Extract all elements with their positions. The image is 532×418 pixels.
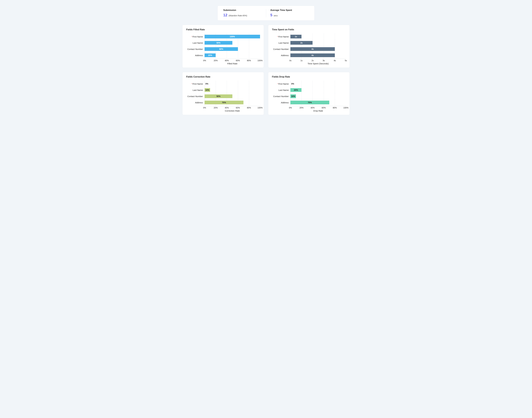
chart-filled-rate: Fields Filled Rate *First Name 100% Last…	[182, 25, 264, 68]
summary-card: Submission 12 (Abandon Rate:45%) Average…	[218, 6, 314, 21]
bar: 0%	[205, 82, 206, 86]
bar-row-address: Address 70%	[186, 99, 260, 105]
summary-avg-time: Average Time Spent 5 secs	[266, 9, 310, 17]
y-label: *First Name	[272, 35, 290, 38]
bar-row-first-name: *First Name 1s	[272, 34, 346, 40]
chart-title: Time Spent on Felds	[272, 28, 346, 31]
x-axis-label: Time Spent (Seconds)	[290, 62, 346, 65]
bar: 4s	[290, 53, 335, 57]
avg-time-label: Average Time Spent	[270, 9, 309, 12]
chart-time-spent: Time Spent on Felds *First Name 1s Last …	[268, 25, 350, 68]
required-asterisk-icon: *	[277, 35, 278, 38]
y-label: Last Name	[186, 42, 205, 44]
y-label: *First Name	[272, 83, 290, 85]
bar: 60%	[205, 47, 238, 51]
x-axis-label: Drop Rate	[290, 110, 346, 112]
bar: 20%	[205, 53, 216, 57]
bar: 1s	[290, 35, 302, 38]
bar: 2s	[290, 41, 313, 45]
y-label: *First Name	[186, 83, 205, 85]
bar-row-last-name: Last Name 2s	[272, 40, 346, 46]
y-label: Contact Number	[272, 95, 290, 97]
chart-body: *First Name 1s Last Name 2s Contact Numb…	[272, 34, 346, 65]
chart-body: *First Name 0% Last Name 10% Contact Num…	[186, 81, 260, 112]
bar-row-first-name: *First Name 0%	[272, 81, 346, 87]
chart-body: *First Name 0% Last Name 20% Contact Num…	[272, 81, 346, 112]
required-asterisk-icon: *	[277, 83, 278, 85]
bar: 10%	[205, 88, 210, 92]
y-label: Address	[272, 54, 290, 57]
bar-row-contact-number: Contact Number 10%	[272, 93, 346, 99]
bar-row-contact-number: Contact Number 60%	[186, 46, 260, 52]
y-label: Last Name	[186, 89, 205, 91]
required-asterisk-icon: *	[191, 83, 192, 85]
y-label: Address	[186, 101, 205, 104]
bar: 50%	[205, 94, 232, 98]
x-axis-label: Correction Rate	[205, 110, 260, 112]
bar-row-contact-number: Contact Number 50%	[186, 93, 260, 99]
chart-title: Fields Filled Rate	[186, 28, 260, 31]
bar-row-address: Address 4s	[272, 52, 346, 58]
x-axis: 0s 1s 2s 3s 4s 5s	[272, 59, 346, 62]
bar-row-address: Address 70%	[272, 99, 346, 105]
bar: 70%	[290, 101, 329, 104]
y-label: *First Name	[186, 35, 205, 38]
bar-row-address: Address 20%	[186, 52, 260, 58]
chart-body: *First Name 100% Last Name 50% Contact N…	[186, 34, 260, 65]
dashboard: Submission 12 (Abandon Rate:45%) Average…	[182, 6, 350, 115]
chart-correction-rate: Fields Correction Rate *First Name 0% La…	[182, 72, 264, 115]
submission-value: 12	[223, 13, 227, 17]
x-axis: 0% 20% 40% 60% 80% 100%	[186, 106, 260, 109]
bar: 100%	[205, 35, 260, 38]
y-label: Last Name	[272, 42, 290, 44]
bar: 20%	[290, 88, 302, 92]
bar-row-last-name: Last Name 50%	[186, 40, 260, 46]
bar: 0%	[290, 82, 291, 86]
x-axis: 0% 20% 40% 60% 80% 100%	[272, 106, 346, 109]
x-axis: 0% 20% 40% 60% 80% 100%	[186, 59, 260, 62]
bar: 70%	[205, 101, 243, 104]
required-asterisk-icon: *	[191, 35, 192, 38]
bar-row-last-name: Last Name 20%	[272, 87, 346, 93]
bar-row-first-name: *First Name 0%	[186, 81, 260, 87]
bar: 4s	[290, 47, 335, 51]
summary-submission: Submission 12 (Abandon Rate:45%)	[222, 9, 266, 17]
chart-title: Fields Correction Rate	[186, 76, 260, 78]
y-label: Contact Number	[186, 95, 205, 97]
bar: 50%	[205, 41, 232, 45]
y-label: Contact Number	[186, 48, 205, 50]
submission-label: Submission	[223, 9, 262, 12]
y-label: Address	[186, 54, 205, 57]
bar: 10%	[290, 94, 296, 98]
y-label: Contact Number	[272, 48, 290, 50]
submission-sub: (Abandon Rate:45%)	[229, 14, 247, 17]
chart-drop-rate: Fields Drop Rate *First Name 0% Last Nam…	[268, 72, 350, 115]
chart-title: Fields Drop Rate	[272, 76, 346, 78]
x-axis-label: Filled Rate	[205, 62, 260, 65]
y-label: Last Name	[272, 89, 290, 91]
avg-time-value: 5	[270, 13, 272, 17]
avg-time-unit: secs	[274, 14, 278, 17]
bar-row-last-name: Last Name 10%	[186, 87, 260, 93]
bar-row-contact-number: Contact Number 4s	[272, 46, 346, 52]
y-label: Address	[272, 101, 290, 104]
bar-row-first-name: *First Name 100%	[186, 34, 260, 40]
